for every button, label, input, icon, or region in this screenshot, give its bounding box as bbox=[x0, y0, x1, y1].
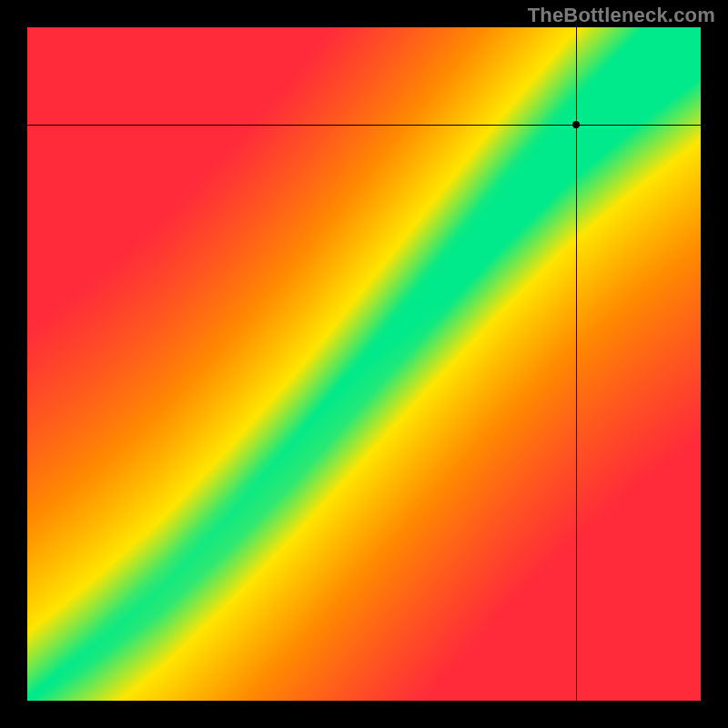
chart-frame: TheBottleneck.com bbox=[0, 0, 728, 728]
heatmap-canvas bbox=[27, 27, 701, 701]
selected-point bbox=[572, 121, 580, 128]
heatmap-plot bbox=[27, 27, 701, 701]
crosshair-vertical bbox=[576, 27, 577, 701]
crosshair-horizontal bbox=[27, 125, 701, 126]
watermark-text: TheBottleneck.com bbox=[528, 4, 715, 27]
